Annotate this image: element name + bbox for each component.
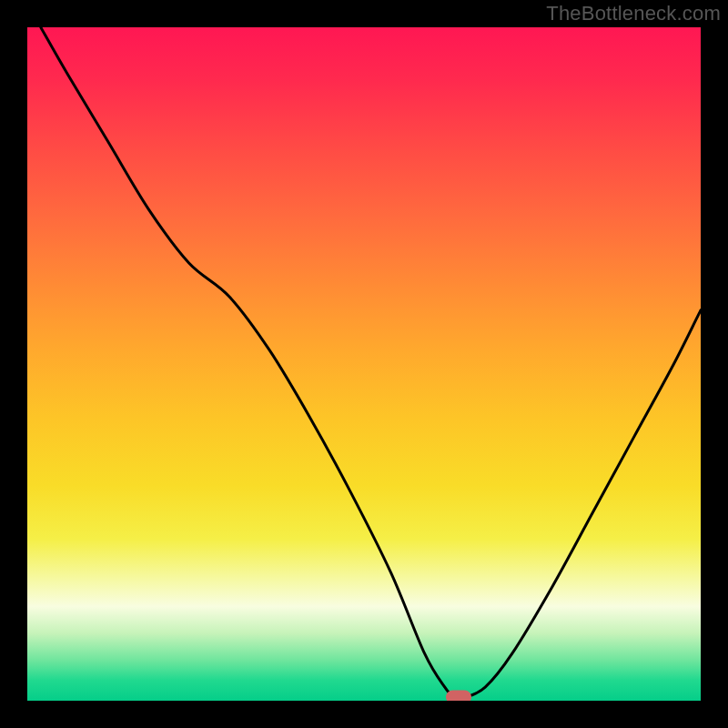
bottleneck-curve [27,27,701,701]
chart-frame: TheBottleneck.com [0,0,728,728]
optimal-marker [446,691,471,701]
watermark-text: TheBottleneck.com [546,2,721,25]
plot-area [27,27,701,701]
